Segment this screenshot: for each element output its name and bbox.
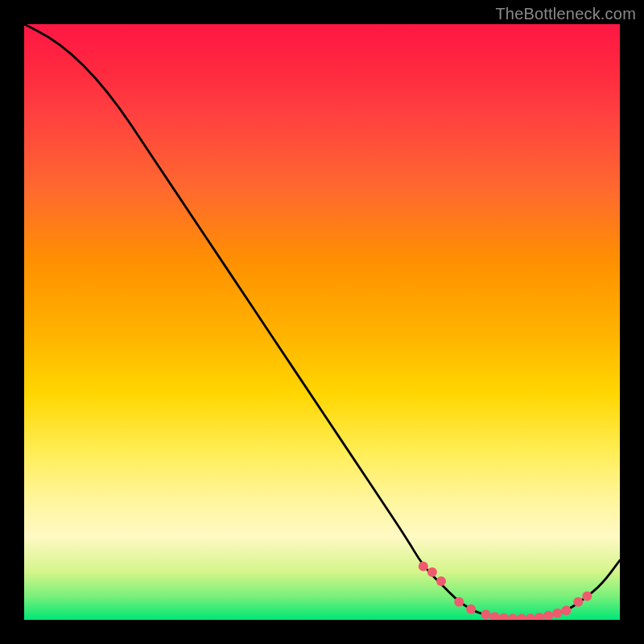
annotation-dot (427, 568, 437, 577)
chart-frame: TheBottleneck.com (0, 0, 644, 644)
annotation-dot (481, 609, 491, 619)
chart-svg (24, 24, 620, 620)
annotation-dot (490, 612, 500, 620)
curve-line (24, 24, 620, 619)
annotation-dot (454, 597, 464, 607)
annotation-dot (499, 613, 509, 620)
annotation-dot (573, 597, 583, 607)
watermark-text: TheBottleneck.com (495, 5, 636, 23)
annotation-dot (526, 613, 535, 620)
annotation-dot (517, 614, 526, 620)
annotation-dot (535, 613, 544, 620)
annotation-dot (466, 605, 476, 614)
annotation-dot (436, 576, 446, 586)
annotation-dot (561, 605, 571, 615)
annotation-dot (552, 609, 562, 618)
annotation-dot (508, 614, 518, 620)
annotation-dot (419, 561, 428, 571)
plot-area (24, 24, 620, 620)
annotation-dots (419, 561, 592, 620)
annotation-dot (543, 611, 553, 620)
annotation-dot (582, 591, 592, 601)
